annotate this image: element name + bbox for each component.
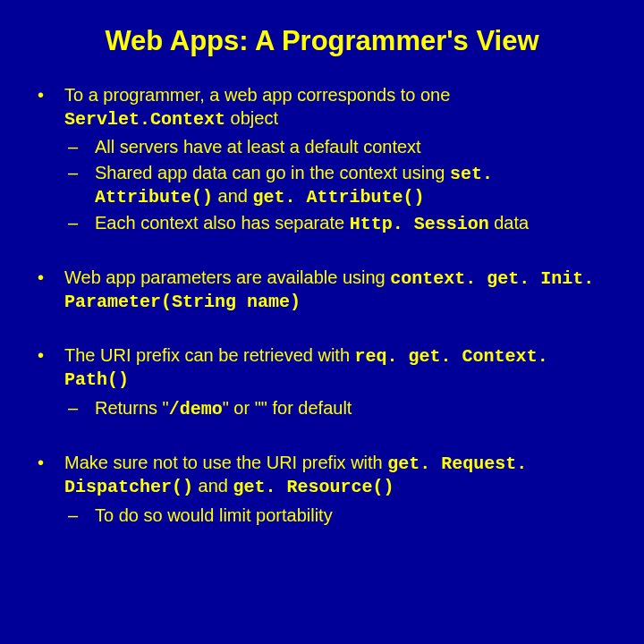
text: object (225, 108, 278, 128)
sub-bullet: Each context also has separate Http. Ses… (64, 212, 610, 236)
text: Each context also has separate (95, 213, 350, 233)
code: get. Attribute() (253, 187, 425, 208)
sub-bullet: All servers have at least a default cont… (64, 136, 610, 159)
sub-list: All servers have at least a default cont… (64, 136, 610, 235)
bullet-4: Make sure not to use the URI prefix with… (34, 452, 610, 528)
sub-list: To do so would limit portability (64, 504, 610, 528)
sub-list: Returns "/demo" or "" for default (64, 397, 610, 421)
text: Shared app data can go in the context us… (95, 163, 450, 182)
sub-bullet: Returns "/demo" or "" for default (64, 397, 610, 421)
text: Returns " (95, 398, 169, 418)
code: Servlet.Context (64, 109, 225, 130)
code: Http. Session (350, 214, 489, 234)
text: and (213, 186, 252, 206)
slide-title: Web Apps: A Programmer's View (34, 25, 610, 57)
bullet-list: To a programmer, a web app corresponds t… (34, 84, 610, 527)
text: data (489, 213, 529, 233)
bullet-1: To a programmer, a web app corresponds t… (34, 84, 610, 236)
text: All servers have at least a default cont… (95, 137, 421, 157)
slide: Web Apps: A Programmer's View To a progr… (0, 0, 644, 644)
bullet-3: The URI prefix can be retrieved with req… (34, 344, 610, 421)
sub-bullet: Shared app data can go in the context us… (64, 162, 610, 209)
code: /demo (169, 399, 223, 419)
text: To a programmer, a web app corresponds t… (64, 85, 450, 105)
text: The URI prefix can be retrieved with (64, 345, 355, 365)
bullet-2: Web app parameters are available using c… (34, 267, 610, 314)
text: To do so would limit portability (95, 505, 333, 525)
code: get. Resource() (233, 477, 394, 497)
text: Make sure not to use the URI prefix with (64, 453, 387, 472)
text: " or "" for default (223, 398, 352, 418)
sub-bullet: To do so would limit portability (64, 504, 610, 528)
text: and (193, 476, 233, 496)
text: Web app parameters are available using (64, 267, 390, 287)
